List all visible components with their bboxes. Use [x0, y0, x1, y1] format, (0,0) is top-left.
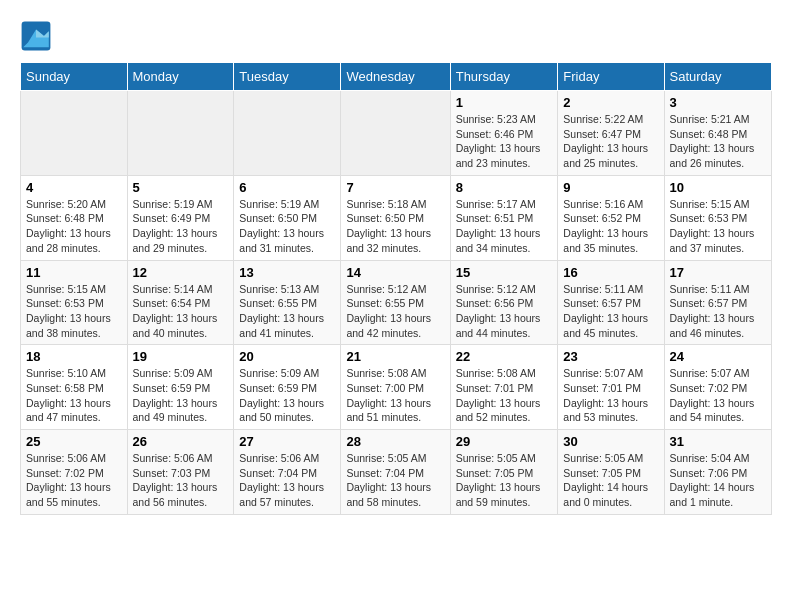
- calendar-cell: [21, 91, 128, 176]
- logo: [20, 20, 56, 52]
- weekday-header-monday: Monday: [127, 63, 234, 91]
- calendar-cell: 17Sunrise: 5:11 AMSunset: 6:57 PMDayligh…: [664, 260, 771, 345]
- calendar-week-3: 11Sunrise: 5:15 AMSunset: 6:53 PMDayligh…: [21, 260, 772, 345]
- day-number: 25: [26, 434, 122, 449]
- day-number: 24: [670, 349, 766, 364]
- day-info: Sunrise: 5:06 AMSunset: 7:02 PMDaylight:…: [26, 451, 122, 510]
- calendar-week-5: 25Sunrise: 5:06 AMSunset: 7:02 PMDayligh…: [21, 430, 772, 515]
- day-number: 11: [26, 265, 122, 280]
- calendar-cell: 2Sunrise: 5:22 AMSunset: 6:47 PMDaylight…: [558, 91, 664, 176]
- day-info: Sunrise: 5:16 AMSunset: 6:52 PMDaylight:…: [563, 197, 658, 256]
- day-number: 19: [133, 349, 229, 364]
- day-info: Sunrise: 5:23 AMSunset: 6:46 PMDaylight:…: [456, 112, 553, 171]
- day-info: Sunrise: 5:04 AMSunset: 7:06 PMDaylight:…: [670, 451, 766, 510]
- day-info: Sunrise: 5:12 AMSunset: 6:56 PMDaylight:…: [456, 282, 553, 341]
- day-number: 29: [456, 434, 553, 449]
- calendar-cell: 19Sunrise: 5:09 AMSunset: 6:59 PMDayligh…: [127, 345, 234, 430]
- day-info: Sunrise: 5:08 AMSunset: 7:01 PMDaylight:…: [456, 366, 553, 425]
- day-number: 4: [26, 180, 122, 195]
- day-number: 3: [670, 95, 766, 110]
- calendar-cell: 27Sunrise: 5:06 AMSunset: 7:04 PMDayligh…: [234, 430, 341, 515]
- calendar-cell: 16Sunrise: 5:11 AMSunset: 6:57 PMDayligh…: [558, 260, 664, 345]
- calendar-cell: 8Sunrise: 5:17 AMSunset: 6:51 PMDaylight…: [450, 175, 558, 260]
- day-number: 17: [670, 265, 766, 280]
- calendar-cell: 20Sunrise: 5:09 AMSunset: 6:59 PMDayligh…: [234, 345, 341, 430]
- day-info: Sunrise: 5:18 AMSunset: 6:50 PMDaylight:…: [346, 197, 444, 256]
- weekday-header-wednesday: Wednesday: [341, 63, 450, 91]
- weekday-header-tuesday: Tuesday: [234, 63, 341, 91]
- day-number: 14: [346, 265, 444, 280]
- day-number: 12: [133, 265, 229, 280]
- day-number: 13: [239, 265, 335, 280]
- calendar-cell: 9Sunrise: 5:16 AMSunset: 6:52 PMDaylight…: [558, 175, 664, 260]
- calendar-table: SundayMondayTuesdayWednesdayThursdayFrid…: [20, 62, 772, 515]
- day-info: Sunrise: 5:11 AMSunset: 6:57 PMDaylight:…: [563, 282, 658, 341]
- day-info: Sunrise: 5:19 AMSunset: 6:49 PMDaylight:…: [133, 197, 229, 256]
- page-header: [20, 20, 772, 52]
- calendar-cell: 24Sunrise: 5:07 AMSunset: 7:02 PMDayligh…: [664, 345, 771, 430]
- weekday-header-saturday: Saturday: [664, 63, 771, 91]
- calendar-week-2: 4Sunrise: 5:20 AMSunset: 6:48 PMDaylight…: [21, 175, 772, 260]
- calendar-cell: [341, 91, 450, 176]
- calendar-cell: 13Sunrise: 5:13 AMSunset: 6:55 PMDayligh…: [234, 260, 341, 345]
- day-info: Sunrise: 5:10 AMSunset: 6:58 PMDaylight:…: [26, 366, 122, 425]
- calendar-cell: 5Sunrise: 5:19 AMSunset: 6:49 PMDaylight…: [127, 175, 234, 260]
- calendar-cell: 30Sunrise: 5:05 AMSunset: 7:05 PMDayligh…: [558, 430, 664, 515]
- day-number: 23: [563, 349, 658, 364]
- day-number: 8: [456, 180, 553, 195]
- day-info: Sunrise: 5:13 AMSunset: 6:55 PMDaylight:…: [239, 282, 335, 341]
- day-number: 16: [563, 265, 658, 280]
- logo-icon: [20, 20, 52, 52]
- calendar-cell: [234, 91, 341, 176]
- day-number: 10: [670, 180, 766, 195]
- day-number: 20: [239, 349, 335, 364]
- day-info: Sunrise: 5:19 AMSunset: 6:50 PMDaylight:…: [239, 197, 335, 256]
- calendar-cell: 31Sunrise: 5:04 AMSunset: 7:06 PMDayligh…: [664, 430, 771, 515]
- day-number: 1: [456, 95, 553, 110]
- day-number: 28: [346, 434, 444, 449]
- day-info: Sunrise: 5:22 AMSunset: 6:47 PMDaylight:…: [563, 112, 658, 171]
- day-info: Sunrise: 5:05 AMSunset: 7:05 PMDaylight:…: [563, 451, 658, 510]
- calendar-cell: [127, 91, 234, 176]
- calendar-cell: 7Sunrise: 5:18 AMSunset: 6:50 PMDaylight…: [341, 175, 450, 260]
- day-number: 9: [563, 180, 658, 195]
- day-info: Sunrise: 5:11 AMSunset: 6:57 PMDaylight:…: [670, 282, 766, 341]
- calendar-cell: 14Sunrise: 5:12 AMSunset: 6:55 PMDayligh…: [341, 260, 450, 345]
- day-number: 18: [26, 349, 122, 364]
- calendar-cell: 23Sunrise: 5:07 AMSunset: 7:01 PMDayligh…: [558, 345, 664, 430]
- day-info: Sunrise: 5:06 AMSunset: 7:04 PMDaylight:…: [239, 451, 335, 510]
- day-info: Sunrise: 5:09 AMSunset: 6:59 PMDaylight:…: [133, 366, 229, 425]
- calendar-cell: 4Sunrise: 5:20 AMSunset: 6:48 PMDaylight…: [21, 175, 128, 260]
- day-info: Sunrise: 5:05 AMSunset: 7:04 PMDaylight:…: [346, 451, 444, 510]
- day-number: 6: [239, 180, 335, 195]
- calendar-cell: 11Sunrise: 5:15 AMSunset: 6:53 PMDayligh…: [21, 260, 128, 345]
- day-info: Sunrise: 5:14 AMSunset: 6:54 PMDaylight:…: [133, 282, 229, 341]
- calendar-cell: 21Sunrise: 5:08 AMSunset: 7:00 PMDayligh…: [341, 345, 450, 430]
- calendar-cell: 12Sunrise: 5:14 AMSunset: 6:54 PMDayligh…: [127, 260, 234, 345]
- weekday-header-thursday: Thursday: [450, 63, 558, 91]
- weekday-header-friday: Friday: [558, 63, 664, 91]
- day-number: 31: [670, 434, 766, 449]
- day-info: Sunrise: 5:17 AMSunset: 6:51 PMDaylight:…: [456, 197, 553, 256]
- day-info: Sunrise: 5:12 AMSunset: 6:55 PMDaylight:…: [346, 282, 444, 341]
- calendar-cell: 6Sunrise: 5:19 AMSunset: 6:50 PMDaylight…: [234, 175, 341, 260]
- calendar-cell: 1Sunrise: 5:23 AMSunset: 6:46 PMDaylight…: [450, 91, 558, 176]
- calendar-cell: 22Sunrise: 5:08 AMSunset: 7:01 PMDayligh…: [450, 345, 558, 430]
- day-number: 15: [456, 265, 553, 280]
- day-number: 22: [456, 349, 553, 364]
- calendar-cell: 3Sunrise: 5:21 AMSunset: 6:48 PMDaylight…: [664, 91, 771, 176]
- day-number: 5: [133, 180, 229, 195]
- day-info: Sunrise: 5:21 AMSunset: 6:48 PMDaylight:…: [670, 112, 766, 171]
- day-number: 7: [346, 180, 444, 195]
- calendar-cell: 25Sunrise: 5:06 AMSunset: 7:02 PMDayligh…: [21, 430, 128, 515]
- calendar-cell: 29Sunrise: 5:05 AMSunset: 7:05 PMDayligh…: [450, 430, 558, 515]
- day-info: Sunrise: 5:06 AMSunset: 7:03 PMDaylight:…: [133, 451, 229, 510]
- day-number: 2: [563, 95, 658, 110]
- day-info: Sunrise: 5:20 AMSunset: 6:48 PMDaylight:…: [26, 197, 122, 256]
- day-info: Sunrise: 5:09 AMSunset: 6:59 PMDaylight:…: [239, 366, 335, 425]
- calendar-cell: 26Sunrise: 5:06 AMSunset: 7:03 PMDayligh…: [127, 430, 234, 515]
- day-info: Sunrise: 5:07 AMSunset: 7:02 PMDaylight:…: [670, 366, 766, 425]
- weekday-header-sunday: Sunday: [21, 63, 128, 91]
- day-number: 30: [563, 434, 658, 449]
- weekday-header-row: SundayMondayTuesdayWednesdayThursdayFrid…: [21, 63, 772, 91]
